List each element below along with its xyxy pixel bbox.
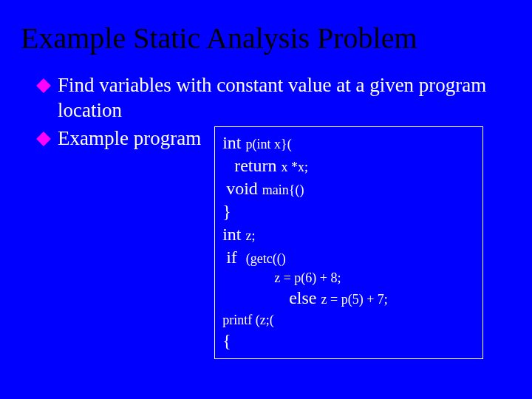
- code-line: printf (z;(: [222, 310, 475, 329]
- code-line: {: [222, 330, 475, 352]
- slide-title: Example Static Analysis Problem: [0, 0, 532, 55]
- code-line: if (getc((): [222, 246, 475, 269]
- code-line: void main{(): [222, 177, 475, 200]
- bullet-item: Find variables with constant value at a …: [38, 73, 532, 123]
- code-line: }: [222, 200, 475, 223]
- code-line: return x *x;: [222, 154, 475, 177]
- diamond-bullet-icon: [36, 132, 51, 146]
- code-line: int p(int x}(: [222, 132, 475, 154]
- slide-content: Find variables with constant value at a …: [0, 55, 532, 359]
- bullet-text: Example program: [58, 126, 201, 151]
- code-line: int z;: [222, 223, 475, 246]
- code-box: int p(int x}( return x *x; void main{() …: [214, 126, 483, 359]
- bullet-item: Example program: [38, 126, 201, 151]
- code-line: else z = p(5) + 7;: [222, 287, 475, 310]
- diamond-bullet-icon: [36, 78, 51, 93]
- code-line: z = p(6) + 8;: [222, 270, 475, 287]
- bullet-text: Find variables with constant value at a …: [58, 73, 501, 123]
